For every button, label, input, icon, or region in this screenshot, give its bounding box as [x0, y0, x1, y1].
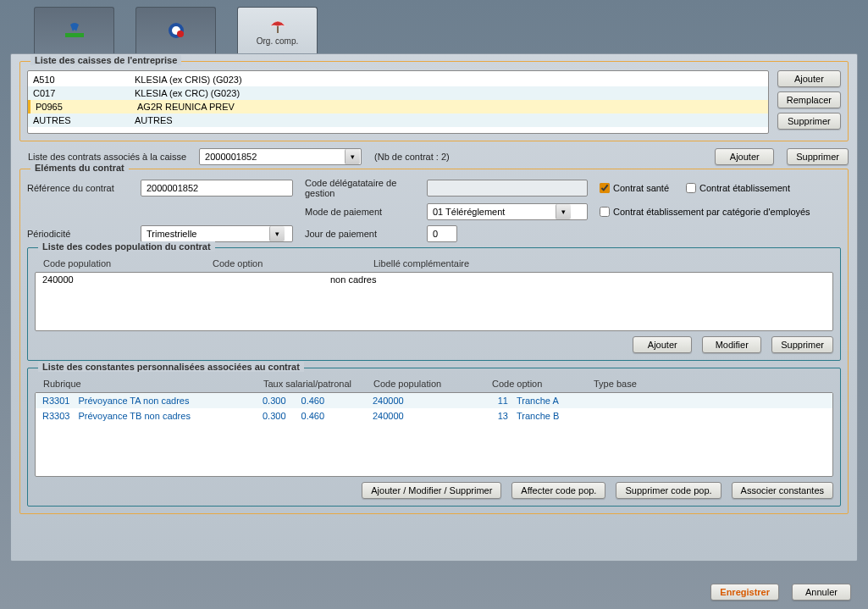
- main-panel: Liste des caisses de l'entreprise A510KL…: [10, 53, 858, 562]
- constants-legend: Liste des constantes personnalisées asso…: [38, 362, 304, 372]
- logo-icon-2: [163, 21, 189, 40]
- constant-row[interactable]: R3303Prévoyance TB non cadres 0.3000.460…: [36, 408, 832, 424]
- pop-modify-button[interactable]: Modifier: [702, 336, 761, 353]
- caisses-legend: Liste des caisses de l'entreprise: [30, 55, 181, 65]
- constant-row[interactable]: R3301Prévoyance TA non cadres 0.3000.460…: [36, 393, 832, 408]
- const-manage-button[interactable]: Ajouter / Modifier / Supprimer: [362, 482, 501, 499]
- const-affect-button[interactable]: Affecter code pop.: [511, 482, 605, 499]
- pop-add-button[interactable]: Ajouter: [633, 336, 692, 353]
- tab-1[interactable]: [34, 7, 114, 53]
- period-select[interactable]: ▾: [141, 225, 293, 242]
- contract-select[interactable]: ▾: [199, 148, 362, 165]
- const-assoc-button[interactable]: Associer constantes: [732, 482, 833, 499]
- populations-list[interactable]: 240000 non cadres: [35, 272, 833, 331]
- constants-header: Rubrique Taux salarial/patronal Code pop…: [35, 377, 833, 392]
- svg-rect-0: [65, 33, 84, 37]
- deleg-input[interactable]: [427, 180, 588, 197]
- etab-checkbox[interactable]: Contrat établissement: [686, 183, 790, 193]
- contract-add-button[interactable]: Ajouter: [715, 148, 774, 165]
- caisse-item-selected[interactable]: P0965AG2R REUNICA PREV: [28, 100, 768, 113]
- caisse-add-button[interactable]: Ajouter: [777, 70, 841, 87]
- elements-legend: Eléments du contrat: [30, 163, 129, 173]
- const-suppr-button[interactable]: Supprimer code pop.: [616, 482, 721, 499]
- contract-bar: Liste des contrats associés à la caisse …: [28, 148, 849, 165]
- ref-label: Référence du contrat: [27, 183, 129, 193]
- constants-list[interactable]: R3301Prévoyance TA non cadres 0.3000.460…: [35, 392, 833, 477]
- constants-fieldset: Liste des constantes personnalisées asso…: [27, 368, 841, 507]
- chevron-down-icon[interactable]: ▾: [269, 226, 285, 241]
- contract-delete-button[interactable]: Supprimer: [787, 148, 849, 165]
- tab-label: Org. comp.: [257, 36, 298, 46]
- logo-icon-1: [62, 21, 87, 40]
- svg-point-3: [177, 30, 184, 37]
- tab-org-comp[interactable]: Org. comp.: [237, 7, 318, 53]
- caisse-item[interactable]: AUTRESAUTRES: [28, 113, 768, 127]
- mode-label: Mode de paiement: [305, 207, 415, 217]
- jour-label: Jour de paiement: [305, 229, 415, 239]
- tab-2[interactable]: [135, 7, 216, 53]
- caisse-replace-button[interactable]: Remplacer: [777, 91, 841, 108]
- elements-fieldset: Eléments du contrat Référence du contrat…: [19, 169, 849, 514]
- cancel-button[interactable]: Annuler: [792, 584, 851, 601]
- period-label: Périodicité: [27, 229, 129, 239]
- umbrella-icon: [265, 16, 290, 35]
- caisse-delete-button[interactable]: Supprimer: [777, 113, 841, 130]
- populations-legend: Liste des codes population du contrat: [38, 241, 215, 252]
- contracts-label: Liste des contrats associés à la caisse: [28, 152, 186, 162]
- deleg-label: Code délégatataire de gestion: [305, 178, 415, 198]
- contract-count: (Nb de contrat : 2): [374, 152, 450, 162]
- pop-delete-button[interactable]: Supprimer: [771, 336, 833, 353]
- population-row[interactable]: 240000 non cadres: [36, 273, 832, 286]
- caisse-item[interactable]: C017KLESIA (ex CRC) (G023): [28, 86, 768, 100]
- populations-fieldset: Liste des codes population du contrat Co…: [27, 247, 841, 361]
- ref-input[interactable]: [141, 180, 293, 197]
- jour-input[interactable]: [427, 225, 457, 242]
- save-button[interactable]: Enregistrer: [710, 584, 779, 601]
- sante-checkbox[interactable]: Contrat santé: [600, 183, 669, 193]
- tab-bar: Org. comp.: [0, 0, 868, 53]
- chevron-down-icon[interactable]: ▾: [345, 149, 360, 164]
- populations-header: Code population Code option Libellé comp…: [35, 257, 833, 272]
- chevron-down-icon[interactable]: ▾: [556, 204, 571, 219]
- caisses-fieldset: Liste des caisses de l'entreprise A510KL…: [19, 61, 849, 141]
- cat-checkbox[interactable]: Contrat établissement par catégorie d'em…: [600, 207, 841, 217]
- caisses-listbox[interactable]: A510KLESIA (ex CRIS) (G023) C017KLESIA (…: [27, 70, 769, 134]
- footer-buttons: Enregistrer Annuler: [710, 584, 851, 601]
- contract-select-value[interactable]: [200, 150, 344, 163]
- caisse-item[interactable]: A510KLESIA (ex CRIS) (G023): [28, 73, 768, 86]
- mode-select[interactable]: ▾: [427, 203, 588, 220]
